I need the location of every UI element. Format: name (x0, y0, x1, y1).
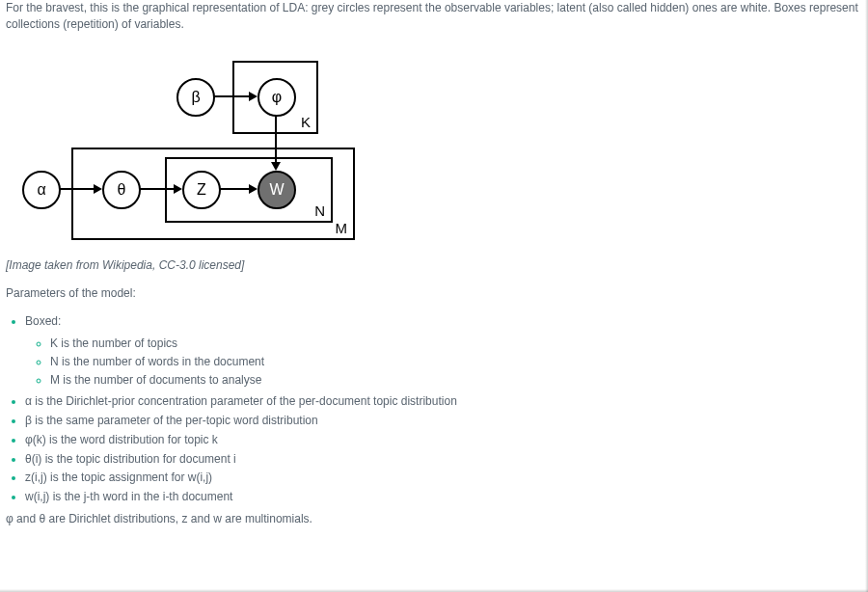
arrow-phi-w (275, 115, 277, 163)
node-alpha: α (22, 171, 61, 209)
list-item: w(i,j) is the j-th word in the i-th docu… (25, 488, 862, 507)
list-item: θ(i) is the topic distribution for docum… (25, 450, 862, 470)
arrow-alpha-theta (59, 188, 95, 190)
list-item: β is the same parameter of the per-topic… (25, 412, 862, 431)
node-phi: φ (258, 78, 296, 117)
list-item: φ(k) is the word distribution for topic … (25, 431, 862, 450)
list-item: α is the Dirichlet-prior concentration p… (25, 392, 862, 412)
list-item: M is the number of documents to analyse (50, 371, 862, 390)
lda-plate-diagram: K M N α θ Z W β φ (11, 51, 377, 244)
list-item: N is the number of words in the document (50, 353, 862, 371)
arrow-z-w (219, 188, 251, 190)
node-z: Z (182, 171, 221, 209)
node-w: W (258, 171, 296, 209)
parameters-heading: Parameters of the model: (6, 285, 862, 302)
list-item: z(i,j) is the topic assignment for w(i,j… (25, 469, 862, 488)
list-item: K is the number of topics (50, 335, 862, 353)
arrow-beta-phi (213, 95, 251, 97)
image-caption: [Image taken from Wikipedia, CC-3.0 lice… (6, 257, 862, 274)
parameters-list: Boxed: K is the number of topics N is th… (6, 312, 862, 507)
plate-N-label: N (314, 202, 325, 219)
intro-paragraph: For the bravest, this is the graphical r… (6, 0, 862, 34)
plate-M-label: M (336, 220, 348, 236)
node-beta: β (176, 78, 215, 117)
closing-paragraph: φ and θ are Dirichlet distributions, z a… (6, 511, 862, 527)
boxed-sublist: K is the number of topics N is the numbe… (25, 335, 862, 389)
plate-K-label: K (301, 114, 311, 130)
node-theta: θ (102, 171, 141, 209)
arrow-theta-z (139, 188, 176, 190)
list-item-boxed: Boxed: K is the number of topics N is th… (25, 312, 862, 390)
